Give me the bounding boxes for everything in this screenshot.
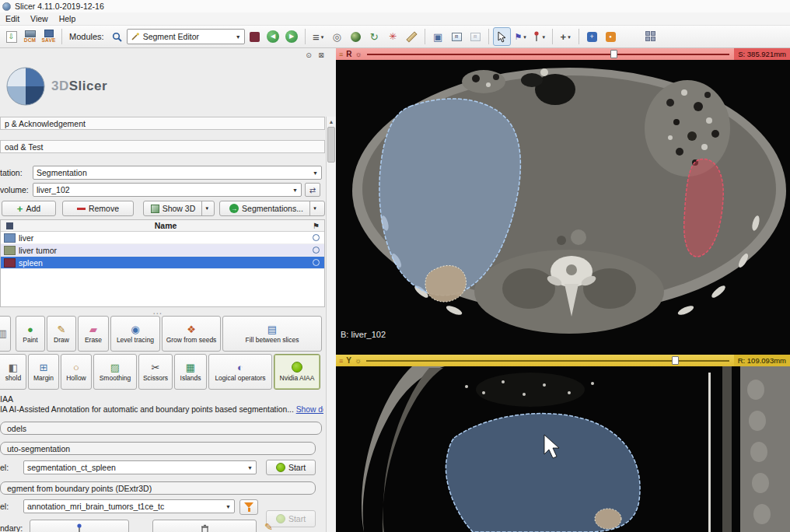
add-segment-button[interactable]: +Add xyxy=(2,201,56,216)
name-column-header: Name xyxy=(19,221,313,230)
place-fiducial-button[interactable]: ▾ xyxy=(530,27,548,46)
segmentations-button[interactable]: →Segmentations... ▾ xyxy=(219,201,325,216)
show-3d-dropdown[interactable]: ▾ xyxy=(201,201,211,215)
nvidia-icon xyxy=(276,463,285,472)
show-3d-view-button[interactable]: ◎ xyxy=(328,27,346,46)
effect-threshold-button[interactable]: ◧ shold xyxy=(0,354,26,390)
pin-menu-icon[interactable]: ≡ xyxy=(339,357,343,365)
panel-close-button[interactable]: ⊠ xyxy=(316,50,327,60)
effect-level-tracing-button[interactable]: ◉ Level tracing xyxy=(110,316,160,352)
segment-row-liver-tumor[interactable]: liver tumor xyxy=(1,244,324,257)
panel-float-button[interactable]: ⊙ xyxy=(303,50,314,60)
python-console-button[interactable]: ● xyxy=(602,27,620,46)
filter-models-button[interactable] xyxy=(239,499,258,515)
sagittal-view[interactable] xyxy=(336,366,790,532)
place-boundary-point-button[interactable] xyxy=(30,520,129,532)
module-history-back-button[interactable]: ◀ xyxy=(264,27,282,46)
crosshair-button[interactable]: +▾ xyxy=(557,27,575,46)
place-markup-button[interactable]: ⚑▾ xyxy=(512,27,530,46)
start-boundary-button[interactable]: Start xyxy=(266,510,316,527)
color-swatch[interactable] xyxy=(4,258,16,268)
effect-grow-from-seeds-button[interactable]: ❖ Grow from seeds xyxy=(162,316,221,352)
rotate-view-button[interactable]: ↻ xyxy=(365,27,383,46)
effect-nvidia-aiaa-button[interactable]: Nvidia AIAA xyxy=(274,354,320,390)
scene-view-save-button[interactable]: R xyxy=(448,27,466,46)
red-slider-handle[interactable] xyxy=(610,50,617,58)
flag-icon: ⚑ xyxy=(514,33,522,41)
module-history-forward-button[interactable]: ▶ xyxy=(283,27,301,46)
forward-arrow-icon: ▶ xyxy=(285,30,298,43)
color-swatch[interactable] xyxy=(4,246,16,255)
slices-icon: ▤ xyxy=(267,324,277,334)
funnel-icon xyxy=(244,502,253,508)
effect-smoothing-button[interactable]: ▨ Smoothing xyxy=(93,354,137,390)
scroll-up-icon[interactable]: ▲ xyxy=(327,117,336,126)
load-data-button[interactable]: ⇩ xyxy=(2,27,20,46)
extensions-button[interactable]: + xyxy=(583,27,601,46)
menu-edit[interactable]: Edit xyxy=(0,13,25,24)
show-details-link[interactable]: Show details. xyxy=(296,405,323,414)
status-circle-icon[interactable] xyxy=(313,259,320,266)
clear-boundary-points-button[interactable] xyxy=(152,520,257,532)
pin-menu-icon[interactable]: ≡ xyxy=(339,51,343,58)
effect-fill-between-slices-button[interactable]: ▤ Fill between slices xyxy=(222,316,322,352)
remove-segment-button[interactable]: Remove xyxy=(62,201,134,216)
effect-draw-button[interactable]: ✎ Draw xyxy=(47,316,76,352)
auto-segmentation-section[interactable]: uto-segmentation xyxy=(0,442,316,455)
scrollbar-thumb[interactable] xyxy=(327,127,335,163)
boundary-model-combo[interactable]: annotation_mri_brain_tumors_t1ce_tc▼ xyxy=(23,499,235,513)
edit-boundary-button[interactable]: ✎ xyxy=(264,521,273,532)
load-dicom-button[interactable]: DCM xyxy=(21,27,39,46)
models-section[interactable]: odels xyxy=(0,422,322,435)
effect-islands-button[interactable]: ▦ Islands xyxy=(174,354,207,390)
effect-margin-button[interactable]: ⊞ Margin xyxy=(28,354,59,390)
volume-rendering-button[interactable]: ✳ xyxy=(384,27,402,46)
mouse-interaction-button[interactable] xyxy=(493,27,511,46)
start-autoseg-button[interactable]: Start xyxy=(266,460,316,475)
yellow-slider-handle[interactable] xyxy=(672,356,679,365)
effect-paint-button[interactable]: ● Paint xyxy=(16,316,45,352)
color-swatch[interactable] xyxy=(4,233,16,243)
effect-hollow-button[interactable]: ○ Hollow xyxy=(61,354,92,390)
segmentations-dropdown[interactable]: ▾ xyxy=(309,201,320,215)
effect-cutoff-button[interactable]: ▥ xyxy=(0,316,11,352)
segment-row-spleen[interactable]: spleen xyxy=(1,257,324,269)
module-search-button[interactable] xyxy=(108,27,126,46)
smoothing-icon: ▨ xyxy=(110,362,120,373)
boundary-points-section[interactable]: egment from boundary points (DExtr3D) xyxy=(0,481,316,495)
axial-view[interactable]: B: liver_102 xyxy=(336,60,790,355)
menu-help[interactable]: Help xyxy=(54,13,82,24)
extensions-icon: + xyxy=(587,32,597,42)
brightness-icon[interactable]: ☼ xyxy=(355,50,362,58)
scene-view-restore-button[interactable]: R xyxy=(467,27,484,46)
measurement-button[interactable] xyxy=(403,27,421,46)
brightness-icon[interactable]: ☼ xyxy=(355,356,362,365)
volume-options-button[interactable]: ⇄ xyxy=(305,183,320,197)
load-data-icon: ⇩ xyxy=(6,31,17,43)
layout-grid-button[interactable] xyxy=(642,27,660,46)
master-volume-combo[interactable]: liver_102▼ xyxy=(33,183,302,197)
segmentation-combo[interactable]: Segmentation▼ xyxy=(33,166,322,180)
show-3d-button[interactable]: Show 3D ▾ xyxy=(143,201,215,216)
module-icon-button[interactable] xyxy=(246,27,264,46)
screen-capture-button[interactable]: ▣ xyxy=(429,27,447,46)
effect-scissors-button[interactable]: ✂ Scissors xyxy=(138,354,173,390)
effect-logical-operators-button[interactable]: ◐ Logical operators xyxy=(208,354,272,390)
help-acknowledgement-section[interactable]: p & Acknowledgement xyxy=(0,117,325,130)
red-slice-slider[interactable] xyxy=(365,48,732,60)
model-combo[interactable]: segmentation_ct_spleen▼ xyxy=(23,460,257,474)
module-selector-combo[interactable]: Segment Editor ▼ xyxy=(127,29,245,44)
status-circle-icon[interactable] xyxy=(313,247,320,254)
segment-row-liver[interactable]: liver xyxy=(1,232,324,244)
yellow-slice-slider[interactable] xyxy=(365,355,731,366)
scene-views-button[interactable] xyxy=(347,27,365,46)
panel-scrollbar[interactable]: ▲ xyxy=(326,117,336,532)
boundary-model-label: el: xyxy=(0,499,20,513)
menu-view[interactable]: View xyxy=(25,13,54,24)
save-button[interactable]: SAVE xyxy=(40,27,58,46)
layout-selector-button[interactable]: ≡▾ xyxy=(309,27,327,46)
menu-bar: Edit View Help xyxy=(0,12,790,26)
status-circle-icon[interactable] xyxy=(313,234,320,241)
load-test-section[interactable]: oad & Test xyxy=(0,140,325,153)
effect-erase-button[interactable]: ▰ Erase xyxy=(78,316,109,352)
